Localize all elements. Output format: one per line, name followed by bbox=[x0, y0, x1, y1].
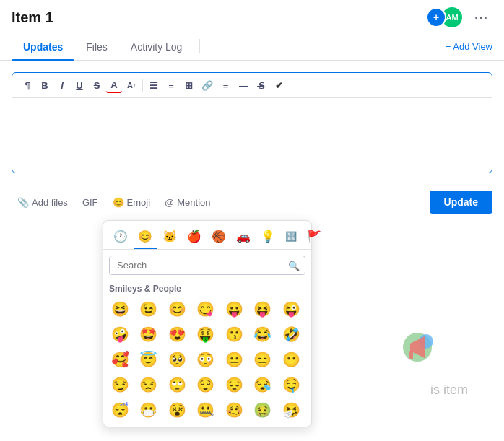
emoji-cell[interactable]: 😌 bbox=[194, 372, 218, 397]
toolbar-separator bbox=[142, 79, 143, 92]
emoji-cell[interactable]: 🥺 bbox=[165, 347, 189, 372]
tab-divider bbox=[199, 39, 200, 53]
add-files-button[interactable]: 📎 Add files bbox=[12, 194, 74, 211]
emoji-grid: 😆😉😊😋😛😝😜🤪🤩😍🤑😗😂🤣🥰😇🥺😳😐😑😶😏😒🙄😌😔😪🤤😴😷😵🤐🥴🤢🤧😎😕😟🙁😮… bbox=[103, 297, 311, 427]
emoji-cell[interactable]: 🤣 bbox=[279, 322, 303, 346]
align-left-button[interactable]: ☰ bbox=[146, 77, 162, 93]
emoji-cell[interactable]: 😲 bbox=[279, 423, 303, 427]
megaphone-decoration bbox=[396, 326, 439, 369]
editor-actions: 📎 Add files GIF 😊 Emoji @ Mention Update bbox=[12, 185, 504, 219]
emoji-cell[interactable]: 😷 bbox=[136, 398, 161, 422]
emoji-cell[interactable]: 😉 bbox=[136, 297, 161, 321]
editor-box: ¶ B I U S A A↕ ☰ ≡ ⊞ 🔗 ≡ — S̶ ✔ bbox=[12, 72, 492, 173]
emoji-grid-wrap: 😆😉😊😋😛😝😜🤪🤩😍🤑😗😂🤣🥰😇🥺😳😐😑😶😏😒🙄😌😔😪🤤😴😷😵🤐🥴🤢🤧😎😕😟🙁😮… bbox=[103, 297, 311, 427]
emoji-tab-smiley[interactable]: 😊 bbox=[134, 227, 157, 249]
emoji-cell[interactable]: 😊 bbox=[165, 297, 189, 321]
emoji-search-input[interactable] bbox=[109, 256, 305, 275]
emoji-cell[interactable]: 😒 bbox=[136, 372, 161, 397]
emoji-cell[interactable]: 🤪 bbox=[108, 322, 132, 346]
strikethrough2-button[interactable]: S̶ bbox=[253, 77, 269, 93]
link-button[interactable]: 🔗 bbox=[198, 77, 217, 93]
emoji-cell[interactable]: 🤤 bbox=[279, 372, 303, 397]
emoji-cell[interactable]: 🙁 bbox=[194, 423, 218, 427]
emoji-cell[interactable]: 😔 bbox=[222, 372, 246, 397]
emoji-cell[interactable]: 😎 bbox=[108, 423, 132, 427]
gif-button[interactable]: GIF bbox=[77, 194, 104, 211]
emoji-cell[interactable]: 😑 bbox=[251, 347, 275, 372]
emoji-tab-animals[interactable]: 🐱 bbox=[158, 227, 181, 249]
emoji-cell[interactable]: 🤢 bbox=[251, 398, 275, 422]
page-title: Item 1 bbox=[12, 9, 53, 26]
emoji-cell[interactable]: 😛 bbox=[222, 297, 246, 321]
tab-updates[interactable]: Updates bbox=[12, 32, 74, 60]
emoji-cell[interactable]: 😂 bbox=[251, 322, 275, 346]
align-justify-button[interactable]: ≡ bbox=[218, 77, 234, 93]
emoji-cell[interactable]: 😴 bbox=[108, 398, 132, 422]
emoji-tab-travel[interactable]: 🚗 bbox=[232, 227, 255, 249]
paperclip-icon: 📎 bbox=[17, 197, 29, 208]
strikethrough-button[interactable]: S bbox=[89, 77, 105, 93]
emoji-category-tabs: 🕐 😊 🐱 🍎 🏀 🚗 💡 🔣 🚩 bbox=[103, 221, 311, 250]
italic-button[interactable]: I bbox=[54, 77, 70, 93]
emoji-cell[interactable]: 🤩 bbox=[136, 322, 161, 346]
emoji-cell[interactable]: 😐 bbox=[222, 347, 246, 372]
emoji-cell[interactable]: 😋 bbox=[194, 297, 218, 321]
table-button[interactable]: ⊞ bbox=[181, 77, 196, 93]
emoji-button[interactable]: 😊 Emoji bbox=[107, 194, 157, 211]
bg-decoration-text: is item bbox=[430, 383, 468, 398]
bold-button[interactable]: B bbox=[37, 77, 53, 93]
emoji-cell[interactable]: 😶 bbox=[279, 347, 303, 372]
emoji-cell[interactable]: 🤑 bbox=[194, 322, 218, 346]
emoji-tab-food[interactable]: 🍎 bbox=[183, 227, 206, 249]
tab-files[interactable]: Files bbox=[74, 32, 119, 60]
editor-toolbar: ¶ B I U S A A↕ ☰ ≡ ⊞ 🔗 ≡ — S̶ ✔ bbox=[12, 73, 492, 98]
list-button[interactable]: ≡ bbox=[163, 77, 179, 93]
emoji-cell[interactable]: 😳 bbox=[194, 347, 218, 372]
editor-area: ¶ B I U S A A↕ ☰ ≡ ⊞ 🔗 ≡ — S̶ ✔ bbox=[0, 61, 504, 185]
more-options-button[interactable]: ⋯ bbox=[469, 7, 492, 27]
emoji-cell[interactable]: 🙄 bbox=[165, 372, 189, 397]
header: Item 1 + AM ⋯ bbox=[0, 0, 504, 32]
emoji-cell[interactable]: 🤧 bbox=[279, 398, 303, 422]
emoji-cell[interactable]: 😍 bbox=[165, 322, 189, 346]
tabs-bar: Updates Files Activity Log + Add View bbox=[0, 32, 504, 61]
emoji-cell[interactable]: 😆 bbox=[108, 297, 132, 321]
emoji-cell[interactable]: 🥴 bbox=[222, 398, 246, 422]
emoji-cell[interactable]: 😵 bbox=[165, 398, 189, 422]
emoji-cell[interactable]: 😝 bbox=[251, 297, 275, 321]
hr-button[interactable]: — bbox=[235, 77, 252, 93]
emoji-tab-symbols[interactable]: 🔣 bbox=[281, 228, 301, 248]
header-right: + AM ⋯ bbox=[426, 7, 492, 27]
text-size-button[interactable]: A↕ bbox=[123, 77, 139, 93]
editor-content[interactable] bbox=[12, 98, 492, 163]
emoji-section-label: Smileys & People bbox=[103, 281, 311, 297]
mention-button[interactable]: @ Mention bbox=[159, 194, 216, 211]
emoji-tab-recent[interactable]: 🕐 bbox=[109, 227, 132, 249]
emoji-cell[interactable]: 😇 bbox=[136, 347, 161, 372]
emoji-cell[interactable]: 😪 bbox=[251, 372, 275, 397]
emoji-search-area: 🔍 bbox=[103, 250, 311, 281]
update-button[interactable]: Update bbox=[430, 191, 492, 214]
emoji-cell[interactable]: 😯 bbox=[251, 423, 275, 427]
paragraph-button[interactable]: ¶ bbox=[19, 77, 35, 93]
emoji-cell[interactable]: 😏 bbox=[108, 372, 132, 397]
emoji-cell[interactable]: 😟 bbox=[165, 423, 189, 427]
emoji-cell[interactable]: 😕 bbox=[136, 423, 161, 427]
emoji-cell[interactable]: 😮 bbox=[222, 423, 246, 427]
emoji-cell[interactable]: 🥰 bbox=[108, 347, 132, 372]
text-color-button[interactable]: A bbox=[106, 77, 122, 93]
emoji-cell[interactable]: 🤐 bbox=[194, 398, 218, 422]
add-person-button[interactable]: + bbox=[426, 7, 446, 27]
emoji-cell[interactable]: 😗 bbox=[222, 322, 246, 346]
tab-activity-log[interactable]: Activity Log bbox=[119, 32, 194, 60]
emoji-tab-flags[interactable]: 🚩 bbox=[303, 227, 326, 249]
emoji-tab-sports[interactable]: 🏀 bbox=[207, 227, 230, 249]
action-buttons-left: 📎 Add files GIF 😊 Emoji @ Mention bbox=[12, 194, 217, 211]
avatar-group: + AM bbox=[426, 7, 462, 27]
check-button[interactable]: ✔ bbox=[271, 77, 287, 93]
emoji-picker: 🕐 😊 🐱 🍎 🏀 🚗 💡 🔣 🚩 🔍 Smileys & People 😆😉😊… bbox=[103, 220, 312, 427]
emoji-tab-objects[interactable]: 💡 bbox=[256, 227, 279, 249]
add-view-button[interactable]: + Add View bbox=[446, 35, 492, 58]
underline-button[interactable]: U bbox=[71, 77, 87, 93]
emoji-cell[interactable]: 😜 bbox=[279, 297, 303, 321]
